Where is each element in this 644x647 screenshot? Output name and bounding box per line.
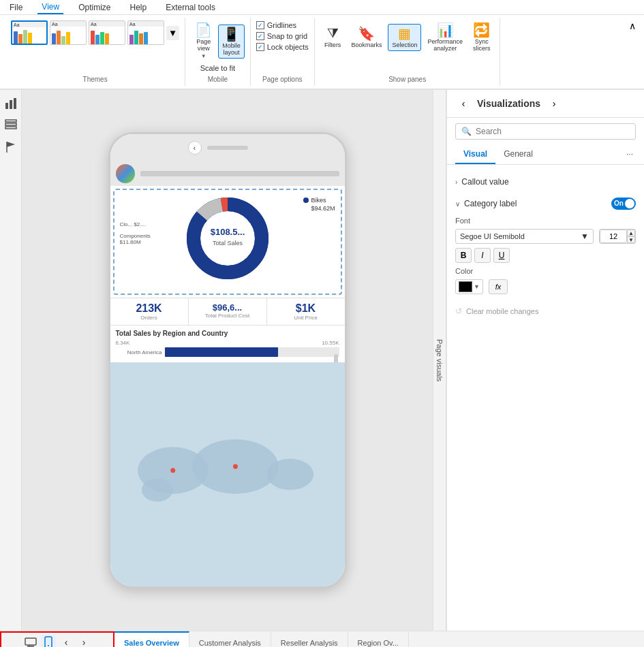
color-control-row: ▼ fx — [455, 279, 636, 294]
theme-header-4: Aa — [128, 21, 164, 27]
theme-preview-2[interactable]: Aa — [50, 20, 87, 45]
theme-bar — [134, 31, 138, 44]
mobile-view-btn[interactable] — [41, 635, 56, 648]
color-swatch — [459, 281, 472, 292]
selection-label: Selection — [392, 42, 417, 48]
theme-bar — [18, 34, 22, 44]
themes-row: Aa Aa — [11, 20, 179, 45]
desktop-view-btn[interactable] — [23, 635, 38, 648]
kpi-row: 213K Orders $96,6... Total Product Cost … — [110, 298, 345, 325]
themes-dropdown-btn[interactable]: ▼ — [166, 26, 179, 40]
toggle-wrap: On — [611, 198, 636, 210]
scale-to-fit-btn[interactable]: Scale to fit — [197, 62, 239, 74]
search-box: 🔍 — [455, 123, 636, 140]
font-family-select[interactable]: Segoe UI Semibold ▼ — [455, 229, 594, 244]
menu-view[interactable]: View — [37, 1, 63, 14]
menu-optimize[interactable]: Optimize — [74, 1, 114, 14]
page-view-label: Pageview — [196, 38, 211, 52]
svg-point-20 — [233, 464, 238, 469]
ribbon-group-pageoptions: Gridlines Snap to grid Lock objects Page… — [251, 18, 315, 86]
theme-preview-4[interactable]: Aa — [127, 20, 164, 45]
underline-btn[interactable]: U — [493, 248, 510, 263]
page-forward-btn[interactable]: › — [76, 635, 91, 648]
tab-sales-overview[interactable]: Sales Overview — [114, 631, 189, 648]
legend-bikes-dot — [303, 198, 309, 203]
callout-header[interactable]: › Callout value — [455, 173, 636, 191]
category-label-header[interactable]: ∨ Category label On — [447, 193, 644, 214]
svg-rect-1 — [10, 100, 12, 109]
page-back-btn[interactable]: ‹ — [59, 635, 74, 648]
panel-forward-btn[interactable]: › — [546, 95, 562, 112]
lock-label: Lock objects — [267, 43, 309, 51]
kpi-orders-label: Orders — [113, 315, 185, 321]
kpi-cost-value: $96,6... — [191, 302, 264, 313]
theme-preview-1[interactable]: Aa — [11, 20, 48, 45]
label-components: Components — [120, 233, 151, 239]
panes-btns: ⧩ Filters 🔖 Bookmarks ▦ Selection 📊 Perf… — [320, 20, 495, 54]
mobile-layout-btn[interactable]: 📱 Mobilelayout — [218, 25, 245, 59]
category-label-section: ∨ Category label On Font — [447, 193, 644, 302]
search-input[interactable] — [476, 127, 630, 136]
lock-objects-checkbox[interactable]: Lock objects — [256, 42, 309, 52]
panel-back-btn[interactable]: ‹ — [455, 95, 472, 112]
menu-external-tools[interactable]: External tools — [162, 1, 219, 14]
tab-region-overview[interactable]: Region Ov... — [348, 631, 409, 648]
category-label-toggle[interactable]: On — [611, 198, 636, 210]
panel-header: ‹ Visualizations › — [447, 90, 644, 118]
filters-btn[interactable]: ⧩ Filters — [320, 24, 346, 51]
gridlines-checkbox[interactable]: Gridlines — [256, 20, 296, 30]
scale-to-fit-label: Scale to fit — [200, 64, 235, 72]
sync-slicers-btn[interactable]: 🔁 Syncslicers — [469, 20, 495, 54]
tab-reseller-analysis[interactable]: Reseller Analysis — [271, 631, 348, 648]
svg-text:Total Sales: Total Sales — [212, 240, 243, 247]
font-size-up[interactable]: ▲ — [627, 230, 635, 236]
tab-visual[interactable]: Visual — [455, 145, 495, 164]
color-swatch-btn[interactable]: ▼ — [455, 279, 483, 294]
svg-marker-7 — [7, 142, 15, 147]
callout-chevron: › — [455, 178, 457, 186]
theme-bars-1 — [12, 27, 46, 44]
table-icon[interactable] — [3, 117, 19, 133]
page-view-icon: 📄 — [195, 23, 212, 37]
ribbon-collapse-btn[interactable]: ∧ — [629, 20, 636, 31]
search-icon: 🔍 — [461, 127, 472, 136]
clear-icon: ↺ — [455, 306, 462, 316]
page-visuals-tab[interactable]: Page visuals — [433, 90, 446, 631]
tab-customer-analysis[interactable]: Customer Analysis — [189, 631, 271, 648]
font-size-input[interactable]: 12 — [600, 230, 627, 243]
device-back-btn[interactable]: ‹ — [188, 141, 202, 155]
ribbon-group-showpanes: ⧩ Filters 🔖 Bookmarks ▦ Selection 📊 Perf… — [315, 18, 501, 86]
svg-rect-2 — [14, 98, 16, 109]
chart-legend: Bikes $94.62M — [303, 197, 335, 215]
kpi-price-value: $1K — [270, 302, 342, 315]
panel-tab-more[interactable]: ··· — [624, 145, 636, 164]
page-tabs: Sales Overview Customer Analysis Reselle… — [114, 631, 644, 648]
label-components-value: $11.80M — [120, 239, 151, 245]
dropdown-arrow-icon: ▼ — [168, 28, 177, 38]
theme-bars-3 — [89, 27, 125, 44]
bold-btn[interactable]: B — [455, 248, 472, 263]
theme-header-2: Aa — [50, 21, 86, 27]
italic-btn[interactable]: I — [474, 248, 491, 263]
page-view-btn[interactable]: 📄 Pageview ▼ — [191, 20, 216, 62]
menu-help[interactable]: Help — [125, 1, 151, 14]
ribbon-group-pageview: 📄 Pageview ▼ 📱 Mobilelayout Scale to fit… — [185, 18, 251, 86]
menu-file[interactable]: File — [5, 1, 27, 14]
font-size-down[interactable]: ▼ — [627, 236, 635, 243]
bar-chart-icon[interactable] — [3, 95, 19, 112]
performance-btn[interactable]: 📊 Performanceanalyzer — [423, 20, 467, 54]
bookmarks-icon: 🔖 — [358, 27, 375, 40]
font-family-arrow: ▼ — [581, 232, 589, 241]
bookmarks-btn[interactable]: 🔖 Bookmarks — [347, 24, 386, 51]
theme-preview-3[interactable]: Aa — [89, 20, 125, 45]
tab-general[interactable]: General — [495, 145, 541, 164]
fx-btn[interactable]: fx — [489, 279, 508, 294]
flag-icon[interactable] — [3, 139, 19, 155]
snap-to-grid-checkbox[interactable]: Snap to grid — [256, 31, 307, 41]
category-label-title-row: ∨ Category label — [455, 199, 517, 208]
bar-label-na: North America — [116, 349, 162, 356]
panel-title: Visualizations — [477, 98, 540, 109]
device-header: ‹ — [110, 134, 345, 161]
selection-btn[interactable]: ▦ Selection — [388, 24, 421, 51]
clear-mobile-changes-label[interactable]: Clear mobile changes — [466, 307, 538, 315]
